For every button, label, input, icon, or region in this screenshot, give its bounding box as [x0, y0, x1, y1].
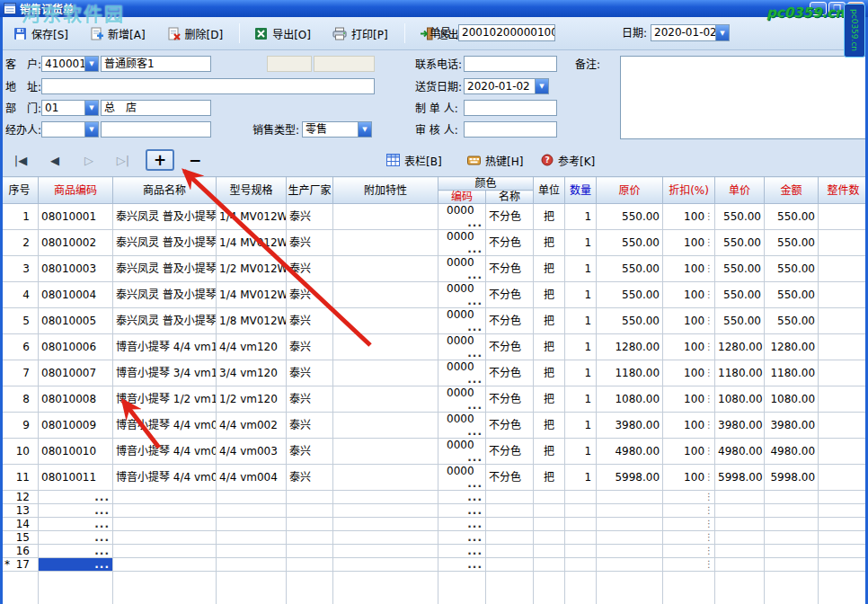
cell-whole-count[interactable] [819, 439, 868, 465]
cell-color-code[interactable]: 0000... [438, 413, 486, 439]
cell-whole-count[interactable] [819, 465, 868, 491]
nav-next-button[interactable]: ▷ [75, 149, 102, 171]
cell-color-code[interactable]: 0000... [438, 386, 486, 413]
cell-extra-attr[interactable] [333, 308, 438, 334]
cell-maker[interactable]: 泰兴 [287, 204, 333, 230]
ellipsis-button[interactable]: ⋮ [704, 504, 713, 517]
cell-amount[interactable]: 550.00 [765, 282, 819, 308]
cell-discount[interactable]: 100⋮ [663, 230, 715, 256]
cell-color-name[interactable]: 不分色 [486, 413, 534, 439]
cell-product-name[interactable]: 泰兴凤灵 普及小提琴 [113, 256, 217, 282]
cell-whole-count[interactable] [819, 334, 868, 360]
close-button[interactable]: ✕ [847, 2, 864, 15]
cell-qty[interactable]: 1 [565, 413, 597, 439]
cell-amount[interactable]: 550.00 [765, 256, 819, 282]
cell-price[interactable]: 550.00 [597, 256, 663, 282]
ellipsis-button[interactable]: ... [94, 558, 110, 571]
cell-discount[interactable]: 100⋮ [663, 204, 715, 230]
cell-whole-count[interactable] [819, 360, 868, 386]
cell-qty[interactable] [565, 491, 597, 504]
cell-spec[interactable]: 1/2 MV012W [217, 256, 287, 282]
cell-discount[interactable]: ⋮ [663, 545, 715, 558]
ellipsis-button[interactable]: ... [94, 518, 110, 530]
cell-discount[interactable]: ⋮ [663, 558, 715, 572]
ellipsis-button[interactable]: ⋮ [704, 558, 713, 571]
cell-extra-attr[interactable] [333, 386, 438, 413]
cell-product-name[interactable] [113, 504, 217, 518]
ellipsis-button[interactable]: ⋮ [704, 341, 713, 353]
ellipsis-button[interactable]: ⋮ [704, 236, 713, 249]
cell-unit-price[interactable] [715, 545, 765, 558]
cell-maker[interactable] [287, 491, 333, 504]
cell-qty[interactable] [565, 504, 597, 518]
remark-field[interactable] [620, 56, 866, 139]
dept-code-combo[interactable]: 01 ▼ [41, 100, 99, 116]
cell-color-name[interactable]: 不分色 [486, 465, 534, 491]
hotkey-button[interactable]: 热键[H] [467, 150, 523, 170]
ellipsis-button[interactable]: ... [467, 477, 483, 490]
cell-unit[interactable] [534, 545, 565, 558]
cell-product-name[interactable]: 泰兴凤灵 普及小提琴 [113, 282, 217, 308]
cell-product-name[interactable]: 博音小提琴 4/4 vm003 [113, 439, 217, 465]
creator-field[interactable] [464, 100, 557, 116]
ellipsis-button[interactable]: ... [467, 321, 483, 333]
cell-unit-price[interactable] [715, 558, 765, 572]
cell-discount[interactable]: 100⋮ [663, 386, 715, 413]
cell-unit[interactable] [534, 491, 565, 504]
cell-product-code[interactable]: ... [39, 491, 113, 504]
cell-qty[interactable] [565, 545, 597, 558]
ellipsis-button[interactable]: ⋮ [704, 518, 713, 530]
cell-product-code[interactable]: ... [39, 531, 113, 545]
cell-product-name[interactable]: 博音小提琴 1/2 vm120 [113, 386, 217, 413]
cell-product-name[interactable] [113, 545, 217, 558]
chevron-down-icon[interactable]: ▼ [715, 25, 729, 40]
cell-spec[interactable]: 1/4 MV012W [217, 204, 287, 230]
chevron-down-icon[interactable]: ▼ [535, 79, 548, 93]
cell-color-code[interactable]: ... [438, 531, 486, 545]
add-button[interactable]: 新增[A] [82, 22, 154, 45]
delete-button[interactable]: 删除[D] [159, 22, 232, 45]
cell-maker[interactable] [287, 545, 333, 558]
cell-whole-count[interactable] [819, 308, 868, 334]
cell-amount[interactable]: 1080.00 [765, 386, 819, 413]
nav-insert-row-button[interactable]: + [146, 149, 174, 171]
cell-extra-attr[interactable] [333, 256, 438, 282]
cell-extra-attr[interactable] [333, 558, 438, 572]
cell-discount[interactable]: ⋮ [663, 491, 715, 504]
cell-amount[interactable] [765, 504, 819, 518]
cell-discount[interactable]: 100⋮ [663, 413, 715, 439]
cell-unit-price[interactable]: 1180.00 [715, 360, 765, 386]
cell-qty[interactable]: 1 [565, 308, 597, 334]
cell-product-name[interactable] [113, 531, 217, 545]
cell-maker[interactable]: 泰兴 [287, 465, 333, 491]
cell-discount[interactable]: 100⋮ [663, 439, 715, 465]
cell-unit[interactable]: 把 [534, 386, 565, 413]
cell-unit[interactable]: 把 [534, 282, 565, 308]
cell-unit-price[interactable] [715, 504, 765, 518]
cell-extra-attr[interactable] [333, 504, 438, 518]
ellipsis-button[interactable]: ... [467, 295, 483, 307]
cell-spec[interactable]: 4/4 vm002 [217, 413, 287, 439]
cell-qty[interactable]: 1 [565, 439, 597, 465]
cell-qty[interactable]: 1 [565, 386, 597, 413]
cell-unit[interactable] [534, 531, 565, 545]
cell-product-name[interactable]: 博音小提琴 4/4 vm002 [113, 413, 217, 439]
maximize-button[interactable]: ❐ [828, 2, 846, 15]
cell-maker[interactable]: 泰兴 [287, 386, 333, 413]
cell-amount[interactable]: 3980.00 [765, 413, 819, 439]
chevron-down-icon[interactable]: ▼ [84, 57, 98, 71]
cell-whole-count[interactable] [819, 504, 868, 518]
cell-unit[interactable]: 把 [534, 204, 565, 230]
ellipsis-button[interactable]: ... [467, 269, 483, 281]
ellipsis-button[interactable]: ⋮ [704, 367, 713, 379]
cell-maker[interactable]: 泰兴 [287, 230, 333, 256]
minimize-button[interactable]: — [810, 2, 827, 15]
ellipsis-button[interactable]: ⋮ [704, 545, 713, 557]
cell-unit-price[interactable]: 1080.00 [715, 386, 765, 413]
cell-unit-price[interactable]: 5998.00 [715, 465, 765, 491]
cell-product-code[interactable]: ... [39, 545, 113, 558]
cell-price[interactable] [597, 504, 663, 518]
cell-spec[interactable]: 4/4 vm120 [217, 334, 287, 360]
ellipsis-button[interactable]: ... [94, 545, 110, 557]
cell-qty[interactable]: 1 [565, 230, 597, 256]
